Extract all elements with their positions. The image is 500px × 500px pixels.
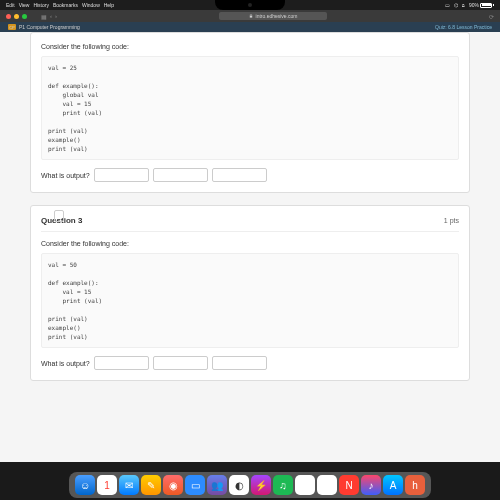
notes-icon[interactable]: ✎ [141, 475, 161, 495]
svg-rect-0 [249, 16, 251, 18]
menu-edit[interactable]: Edit [6, 2, 15, 8]
menu-history[interactable]: History [33, 2, 49, 8]
q2-answer-label: What is output? [41, 172, 90, 179]
course-header: CP P1 Computer Programming Quiz: 6.8 Les… [0, 22, 500, 32]
quiz-content: Consider the following code: val = 25 de… [0, 32, 500, 462]
q2-answer-2[interactable] [153, 168, 208, 182]
q2-code: val = 25 def example(): global val val =… [41, 56, 459, 160]
zoom-icon[interactable]: ▭ [185, 475, 205, 495]
reload-icon[interactable]: ⟳ [489, 13, 494, 20]
q3-answer-2[interactable] [153, 356, 208, 370]
forward-icon[interactable]: › [55, 13, 57, 19]
app3-icon[interactable]: △ [317, 475, 337, 495]
q3-answer-3[interactable] [212, 356, 267, 370]
app2-icon[interactable]: ◯ [295, 475, 315, 495]
finder2-icon[interactable]: ◐ [229, 475, 249, 495]
menu-window[interactable]: Window [82, 2, 100, 8]
q3-answer-label: What is output? [41, 360, 90, 367]
lock-icon [249, 14, 253, 18]
calendar-icon[interactable]: 1 [97, 475, 117, 495]
appstore-icon[interactable]: A [383, 475, 403, 495]
mail-icon[interactable]: ✉ [119, 475, 139, 495]
q3-answer-1[interactable] [94, 356, 149, 370]
minimize-icon[interactable] [14, 14, 19, 19]
q3-points: 1 pts [444, 217, 459, 224]
app-icon[interactable]: ◉ [163, 475, 183, 495]
menu-bookmarks[interactable]: Bookmarks [53, 2, 78, 8]
q3-code: val = 50 def example(): val = 15 print (… [41, 253, 459, 348]
music-icon[interactable]: ♪ [361, 475, 381, 495]
spotify-icon[interactable]: ♫ [273, 475, 293, 495]
q3-prompt: Consider the following code: [41, 240, 459, 247]
maximize-icon[interactable] [22, 14, 27, 19]
bluetooth-icon[interactable]: ⌬ [454, 2, 458, 8]
course-badge: CP [8, 24, 16, 30]
app4-icon[interactable]: N [339, 475, 359, 495]
app5-icon[interactable]: h [405, 475, 425, 495]
battery-indicator[interactable]: 90% [469, 2, 494, 8]
bookmark-icon[interactable] [54, 210, 64, 222]
sidebar-icon[interactable]: ▦ [41, 13, 47, 20]
course-title[interactable]: P1 Computer Programming [19, 24, 80, 30]
notch [215, 0, 285, 10]
question-2-card: Consider the following code: val = 25 de… [30, 32, 470, 193]
finder-icon[interactable]: ☺ [75, 475, 95, 495]
menu-view[interactable]: View [19, 2, 30, 8]
q2-prompt: Consider the following code: [41, 43, 459, 50]
menu-help[interactable]: Help [104, 2, 114, 8]
close-icon[interactable] [6, 14, 11, 19]
wifi-icon[interactable]: ⩍ [462, 2, 465, 8]
screen-mirror-icon[interactable]: ▭ [445, 2, 450, 8]
q2-answer-1[interactable] [94, 168, 149, 182]
question-3-card: Question 3 1 pts Consider the following … [30, 205, 470, 381]
address-bar[interactable]: intro.edhesive.com [219, 12, 328, 20]
back-icon[interactable]: ‹ [50, 13, 52, 19]
quiz-title: Quiz: 6.8 Lesson Practice [435, 24, 492, 30]
messenger-icon[interactable]: ⚡ [251, 475, 271, 495]
dock: ☺ 1 ✉ ✎ ◉ ▭ 👥 ◐ ⚡ ♫ ◯ △ N ♪ A h [0, 462, 500, 500]
browser-toolbar: ▦ ‹ › intro.edhesive.com ⟳ [0, 10, 500, 22]
teams-icon[interactable]: 👥 [207, 475, 227, 495]
q2-answer-3[interactable] [212, 168, 267, 182]
